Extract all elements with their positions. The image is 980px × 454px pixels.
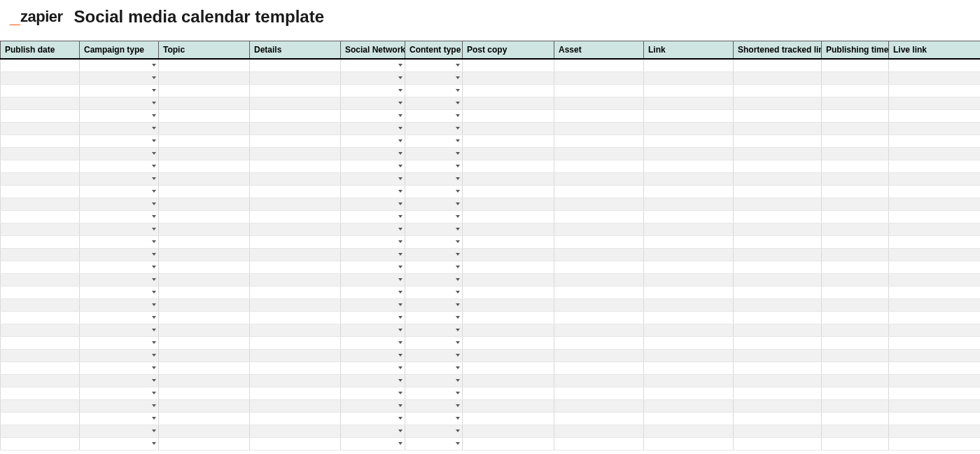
cell[interactable] — [405, 210, 463, 223]
dropdown-caret-icon[interactable] — [152, 291, 156, 294]
cell[interactable] — [463, 84, 554, 97]
cell[interactable] — [644, 172, 734, 185]
dropdown-caret-icon[interactable] — [456, 64, 460, 67]
cell[interactable] — [463, 324, 554, 336]
cell[interactable] — [159, 71, 250, 84]
cell[interactable] — [159, 374, 250, 387]
dropdown-caret-icon[interactable] — [456, 139, 460, 142]
cell[interactable] — [405, 97, 463, 109]
cell[interactable] — [822, 185, 889, 198]
dropdown-caret-icon[interactable] — [152, 64, 156, 67]
cell[interactable] — [405, 235, 463, 248]
dropdown-caret-icon[interactable] — [456, 429, 460, 432]
cell[interactable] — [341, 349, 405, 362]
cell[interactable] — [889, 135, 981, 147]
dropdown-caret-icon[interactable] — [398, 278, 402, 281]
cell[interactable] — [554, 311, 644, 324]
cell[interactable] — [80, 374, 159, 387]
cell[interactable] — [250, 248, 341, 261]
dropdown-caret-icon[interactable] — [152, 240, 156, 243]
cell[interactable] — [644, 437, 734, 450]
dropdown-caret-icon[interactable] — [456, 266, 460, 268]
cell[interactable] — [250, 286, 341, 298]
col-header-topic[interactable]: Topic — [159, 41, 250, 60]
cell[interactable] — [250, 412, 341, 425]
cell[interactable] — [341, 109, 405, 122]
cell[interactable] — [644, 223, 734, 235]
cell[interactable] — [250, 135, 341, 147]
cell[interactable] — [159, 210, 250, 223]
dropdown-caret-icon[interactable] — [456, 329, 460, 331]
cell[interactable] — [822, 425, 889, 437]
cell[interactable] — [644, 261, 734, 273]
cell[interactable] — [889, 185, 981, 198]
cell[interactable] — [80, 286, 159, 298]
cell[interactable] — [341, 387, 405, 399]
cell[interactable] — [341, 374, 405, 387]
cell[interactable] — [405, 223, 463, 235]
cell[interactable] — [1, 399, 80, 412]
dropdown-caret-icon[interactable] — [152, 429, 156, 432]
cell[interactable] — [463, 298, 554, 311]
cell[interactable] — [644, 324, 734, 336]
cell[interactable] — [1, 109, 80, 122]
cell[interactable] — [463, 425, 554, 437]
cell[interactable] — [822, 437, 889, 450]
cell[interactable] — [644, 387, 734, 399]
cell[interactable] — [80, 147, 159, 160]
cell[interactable] — [644, 185, 734, 198]
cell[interactable] — [159, 425, 250, 437]
cell[interactable] — [554, 437, 644, 450]
cell[interactable] — [644, 399, 734, 412]
cell[interactable] — [250, 172, 341, 185]
cell[interactable] — [554, 425, 644, 437]
cell[interactable] — [554, 286, 644, 298]
cell[interactable] — [734, 198, 822, 210]
cell[interactable] — [463, 198, 554, 210]
cell[interactable] — [554, 223, 644, 235]
cell[interactable] — [889, 311, 981, 324]
cell[interactable] — [463, 362, 554, 374]
dropdown-caret-icon[interactable] — [456, 278, 460, 281]
dropdown-caret-icon[interactable] — [152, 329, 156, 331]
cell[interactable] — [554, 71, 644, 84]
dropdown-caret-icon[interactable] — [398, 442, 402, 445]
cell[interactable] — [80, 84, 159, 97]
cell[interactable] — [734, 273, 822, 286]
cell[interactable] — [889, 71, 981, 84]
cell[interactable] — [822, 362, 889, 374]
cell[interactable] — [889, 198, 981, 210]
dropdown-caret-icon[interactable] — [152, 76, 156, 79]
dropdown-caret-icon[interactable] — [152, 354, 156, 357]
cell[interactable] — [405, 286, 463, 298]
dropdown-caret-icon[interactable] — [398, 114, 402, 117]
dropdown-caret-icon[interactable] — [398, 64, 402, 67]
dropdown-caret-icon[interactable] — [152, 303, 156, 306]
cell[interactable] — [1, 425, 80, 437]
cell[interactable] — [250, 324, 341, 336]
cell[interactable] — [822, 324, 889, 336]
cell[interactable] — [1, 135, 80, 147]
cell[interactable] — [644, 109, 734, 122]
cell[interactable] — [250, 437, 341, 450]
cell[interactable] — [250, 374, 341, 387]
cell[interactable] — [80, 336, 159, 349]
cell[interactable] — [554, 235, 644, 248]
cell[interactable] — [1, 248, 80, 261]
cell[interactable] — [734, 311, 822, 324]
dropdown-caret-icon[interactable] — [456, 89, 460, 92]
cell[interactable] — [250, 97, 341, 109]
cell[interactable] — [734, 97, 822, 109]
cell[interactable] — [405, 84, 463, 97]
cell[interactable] — [159, 261, 250, 273]
cell[interactable] — [341, 223, 405, 235]
cell[interactable] — [1, 223, 80, 235]
cell[interactable] — [889, 298, 981, 311]
dropdown-caret-icon[interactable] — [456, 152, 460, 155]
cell[interactable] — [1, 59, 80, 71]
cell[interactable] — [159, 286, 250, 298]
cell[interactable] — [463, 349, 554, 362]
dropdown-caret-icon[interactable] — [398, 354, 402, 357]
dropdown-caret-icon[interactable] — [398, 215, 402, 218]
cell[interactable] — [80, 412, 159, 425]
